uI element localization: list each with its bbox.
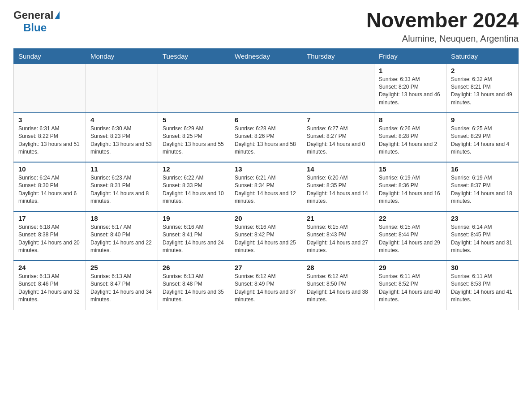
day-info: Sunrise: 6:32 AM Sunset: 8:21 PM Dayligh… xyxy=(451,76,514,107)
calendar-cell xyxy=(302,64,374,113)
calendar-week-row: 24Sunrise: 6:13 AM Sunset: 8:46 PM Dayli… xyxy=(14,261,519,310)
day-number: 18 xyxy=(90,214,153,222)
calendar-cell: 29Sunrise: 6:11 AM Sunset: 8:52 PM Dayli… xyxy=(374,261,446,310)
calendar-week-row: 10Sunrise: 6:24 AM Sunset: 8:30 PM Dayli… xyxy=(14,162,519,211)
day-number: 19 xyxy=(163,214,225,222)
page-header: General Blue November 2024 Alumine, Neuq… xyxy=(13,9,519,44)
day-info: Sunrise: 6:27 AM Sunset: 8:27 PM Dayligh… xyxy=(307,125,369,156)
calendar-cell: 30Sunrise: 6:11 AM Sunset: 8:53 PM Dayli… xyxy=(446,261,519,310)
day-number: 23 xyxy=(451,214,514,222)
day-info: Sunrise: 6:11 AM Sunset: 8:52 PM Dayligh… xyxy=(379,273,442,304)
day-number: 4 xyxy=(90,116,153,124)
day-number: 26 xyxy=(163,264,225,271)
day-number: 28 xyxy=(307,264,369,271)
logo-triangle xyxy=(55,11,60,19)
day-info: Sunrise: 6:11 AM Sunset: 8:53 PM Dayligh… xyxy=(451,273,514,304)
calendar-cell: 9Sunrise: 6:25 AM Sunset: 8:29 PM Daylig… xyxy=(446,113,519,162)
logo: General Blue xyxy=(13,9,60,34)
column-header-saturday: Saturday xyxy=(446,48,519,64)
calendar-cell xyxy=(158,64,230,113)
day-number: 6 xyxy=(235,116,297,124)
calendar-cell: 14Sunrise: 6:20 AM Sunset: 8:35 PM Dayli… xyxy=(302,162,374,211)
calendar-week-row: 1Sunrise: 6:33 AM Sunset: 8:20 PM Daylig… xyxy=(14,64,519,113)
day-info: Sunrise: 6:15 AM Sunset: 8:44 PM Dayligh… xyxy=(379,223,442,255)
calendar-cell: 13Sunrise: 6:21 AM Sunset: 8:34 PM Dayli… xyxy=(230,162,302,211)
logo-general-text: General xyxy=(13,9,53,21)
day-info: Sunrise: 6:24 AM Sunset: 8:30 PM Dayligh… xyxy=(18,174,81,206)
day-info: Sunrise: 6:33 AM Sunset: 8:20 PM Dayligh… xyxy=(379,76,442,107)
day-info: Sunrise: 6:20 AM Sunset: 8:35 PM Dayligh… xyxy=(307,174,369,206)
day-info: Sunrise: 6:22 AM Sunset: 8:33 PM Dayligh… xyxy=(163,174,225,206)
day-info: Sunrise: 6:19 AM Sunset: 8:37 PM Dayligh… xyxy=(451,174,514,206)
calendar-cell: 25Sunrise: 6:13 AM Sunset: 8:47 PM Dayli… xyxy=(86,261,158,310)
day-info: Sunrise: 6:16 AM Sunset: 8:42 PM Dayligh… xyxy=(235,223,297,255)
calendar-cell: 20Sunrise: 6:16 AM Sunset: 8:42 PM Dayli… xyxy=(230,211,302,261)
day-number: 24 xyxy=(18,264,81,271)
column-header-thursday: Thursday xyxy=(302,48,374,64)
day-number: 22 xyxy=(379,214,442,222)
day-info: Sunrise: 6:21 AM Sunset: 8:34 PM Dayligh… xyxy=(235,174,297,206)
day-info: Sunrise: 6:12 AM Sunset: 8:49 PM Dayligh… xyxy=(235,273,297,304)
day-number: 13 xyxy=(235,165,297,173)
column-header-friday: Friday xyxy=(374,48,446,64)
day-number: 29 xyxy=(379,264,442,271)
day-number: 30 xyxy=(451,264,514,271)
calendar-cell: 6Sunrise: 6:28 AM Sunset: 8:26 PM Daylig… xyxy=(230,113,302,162)
calendar-cell: 11Sunrise: 6:23 AM Sunset: 8:31 PM Dayli… xyxy=(86,162,158,211)
day-number: 2 xyxy=(451,67,514,74)
calendar-cell: 19Sunrise: 6:16 AM Sunset: 8:41 PM Dayli… xyxy=(158,211,230,261)
calendar-cell: 22Sunrise: 6:15 AM Sunset: 8:44 PM Dayli… xyxy=(374,211,446,261)
calendar-cell: 10Sunrise: 6:24 AM Sunset: 8:30 PM Dayli… xyxy=(14,162,86,211)
calendar-cell: 8Sunrise: 6:26 AM Sunset: 8:28 PM Daylig… xyxy=(374,113,446,162)
day-number: 15 xyxy=(379,165,442,173)
day-info: Sunrise: 6:26 AM Sunset: 8:28 PM Dayligh… xyxy=(379,125,442,156)
day-info: Sunrise: 6:25 AM Sunset: 8:29 PM Dayligh… xyxy=(451,125,514,156)
calendar-cell: 5Sunrise: 6:29 AM Sunset: 8:25 PM Daylig… xyxy=(158,113,230,162)
day-number: 12 xyxy=(163,165,225,173)
calendar-cell: 21Sunrise: 6:15 AM Sunset: 8:43 PM Dayli… xyxy=(302,211,374,261)
column-header-monday: Monday xyxy=(86,48,158,64)
calendar-cell: 2Sunrise: 6:32 AM Sunset: 8:21 PM Daylig… xyxy=(446,64,519,113)
day-info: Sunrise: 6:23 AM Sunset: 8:31 PM Dayligh… xyxy=(90,174,153,206)
day-number: 3 xyxy=(18,116,81,124)
day-info: Sunrise: 6:18 AM Sunset: 8:38 PM Dayligh… xyxy=(18,223,81,255)
day-info: Sunrise: 6:13 AM Sunset: 8:46 PM Dayligh… xyxy=(18,273,81,304)
day-info: Sunrise: 6:19 AM Sunset: 8:36 PM Dayligh… xyxy=(379,174,442,206)
calendar-cell: 28Sunrise: 6:12 AM Sunset: 8:50 PM Dayli… xyxy=(302,261,374,310)
column-header-wednesday: Wednesday xyxy=(230,48,302,64)
location-subtitle: Alumine, Neuquen, Argentina xyxy=(366,34,519,44)
day-number: 11 xyxy=(90,165,153,173)
calendar-cell: 23Sunrise: 6:14 AM Sunset: 8:45 PM Dayli… xyxy=(446,211,519,261)
day-info: Sunrise: 6:13 AM Sunset: 8:47 PM Dayligh… xyxy=(90,273,153,304)
day-number: 7 xyxy=(307,116,369,124)
day-info: Sunrise: 6:12 AM Sunset: 8:50 PM Dayligh… xyxy=(307,273,369,304)
calendar-cell: 15Sunrise: 6:19 AM Sunset: 8:36 PM Dayli… xyxy=(374,162,446,211)
day-number: 16 xyxy=(451,165,514,173)
logo-blue-text: Blue xyxy=(23,21,47,34)
calendar-header-row: SundayMondayTuesdayWednesdayThursdayFrid… xyxy=(14,48,519,64)
day-number: 20 xyxy=(235,214,297,222)
day-number: 21 xyxy=(307,214,369,222)
calendar-cell: 17Sunrise: 6:18 AM Sunset: 8:38 PM Dayli… xyxy=(14,211,86,261)
calendar-cell: 1Sunrise: 6:33 AM Sunset: 8:20 PM Daylig… xyxy=(374,64,446,113)
title-block: November 2024 Alumine, Neuquen, Argentin… xyxy=(366,9,519,44)
calendar-cell: 7Sunrise: 6:27 AM Sunset: 8:27 PM Daylig… xyxy=(302,113,374,162)
day-info: Sunrise: 6:29 AM Sunset: 8:25 PM Dayligh… xyxy=(163,125,225,156)
calendar-cell: 18Sunrise: 6:17 AM Sunset: 8:40 PM Dayli… xyxy=(86,211,158,261)
calendar-cell: 3Sunrise: 6:31 AM Sunset: 8:22 PM Daylig… xyxy=(14,113,86,162)
calendar-cell: 26Sunrise: 6:13 AM Sunset: 8:48 PM Dayli… xyxy=(158,261,230,310)
day-number: 17 xyxy=(18,214,81,222)
column-header-sunday: Sunday xyxy=(14,48,86,64)
day-info: Sunrise: 6:28 AM Sunset: 8:26 PM Dayligh… xyxy=(235,125,297,156)
column-header-tuesday: Tuesday xyxy=(158,48,230,64)
calendar-week-row: 17Sunrise: 6:18 AM Sunset: 8:38 PM Dayli… xyxy=(14,211,519,261)
day-info: Sunrise: 6:16 AM Sunset: 8:41 PM Dayligh… xyxy=(163,223,225,255)
day-number: 14 xyxy=(307,165,369,173)
day-number: 25 xyxy=(90,264,153,271)
calendar-cell: 27Sunrise: 6:12 AM Sunset: 8:49 PM Dayli… xyxy=(230,261,302,310)
day-number: 27 xyxy=(235,264,297,271)
day-number: 9 xyxy=(451,116,514,124)
day-number: 1 xyxy=(379,67,442,74)
calendar-cell xyxy=(86,64,158,113)
calendar-cell: 16Sunrise: 6:19 AM Sunset: 8:37 PM Dayli… xyxy=(446,162,519,211)
